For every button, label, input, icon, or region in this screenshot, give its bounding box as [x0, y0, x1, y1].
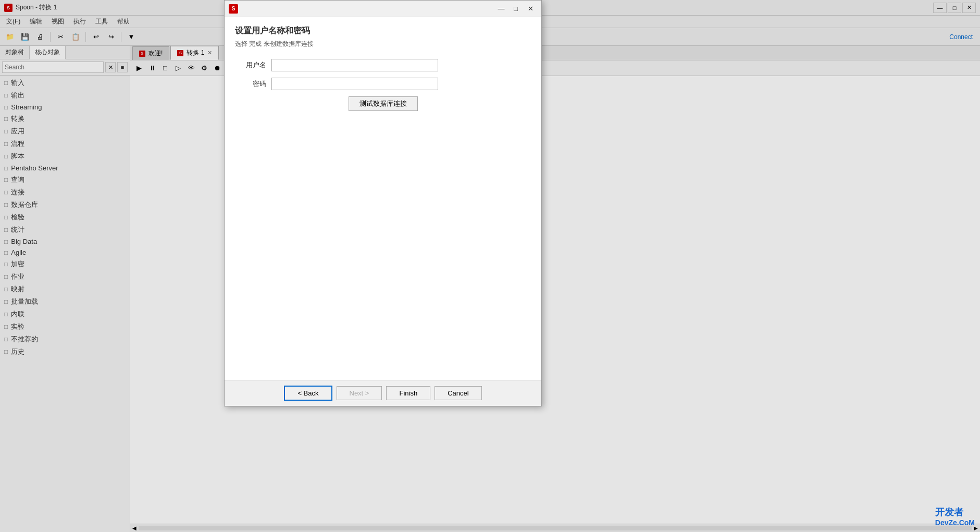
- dialog-set-credentials: S — □ ✕ 设置用户名称和密码 选择 完成 来创建数据库连接 用户名: [224, 0, 542, 406]
- dialog-minimize-button[interactable]: —: [494, 3, 508, 15]
- password-label: 密码: [235, 79, 266, 89]
- dialog-close-button[interactable]: ✕: [524, 3, 537, 15]
- dialog-titlebar: S — □ ✕: [225, 1, 541, 17]
- password-row: 密码: [235, 78, 531, 90]
- dialog-title-left: S: [229, 4, 238, 14]
- username-label: 用户名: [235, 60, 266, 70]
- dialog-header: 设置用户名称和密码 选择 完成 来创建数据库连接 用户名 密码 测试数据库连接: [225, 17, 541, 119]
- back-button[interactable]: < Back: [284, 386, 332, 401]
- dialog-maximize-button[interactable]: □: [509, 3, 523, 15]
- dialog-subtitle: 选择 完成 来创建数据库连接: [235, 40, 531, 48]
- next-button[interactable]: Next >: [337, 386, 382, 400]
- password-input[interactable]: [271, 78, 438, 90]
- dialog-body: [225, 119, 541, 380]
- username-row: 用户名: [235, 59, 531, 71]
- finish-button[interactable]: Finish: [386, 386, 430, 400]
- dialog-controls: — □ ✕: [494, 3, 537, 15]
- dialog-footer: < Back Next > Finish Cancel: [225, 380, 541, 406]
- dialog-app-icon: S: [229, 4, 238, 14]
- test-btn-row: 测试数据库连接: [235, 96, 531, 111]
- app-window: S Spoon - 转换 1 — □ ✕ 文(F) 编辑 视图 执行 工具 帮助…: [0, 0, 980, 532]
- dialog-overlay: S — □ ✕ 设置用户名称和密码 选择 完成 来创建数据库连接 用户名: [0, 0, 980, 532]
- dialog-header-title: 设置用户名称和密码: [235, 26, 531, 36]
- cancel-button[interactable]: Cancel: [435, 386, 481, 400]
- test-connection-button[interactable]: 测试数据库连接: [349, 96, 418, 111]
- username-input[interactable]: [271, 59, 438, 71]
